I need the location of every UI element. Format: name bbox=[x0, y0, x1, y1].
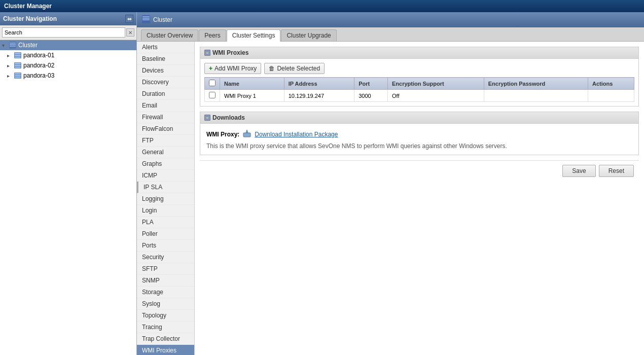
wmi-proxies-section: − WMI Proxies + Add WMI Proxy bbox=[200, 47, 639, 106]
nav-item-logging[interactable]: Logging bbox=[137, 193, 194, 205]
nav-item-general[interactable]: General bbox=[137, 147, 194, 158]
downloads-collapse-icon[interactable]: − bbox=[204, 115, 210, 121]
cell-ip: 10.129.19.247 bbox=[284, 90, 354, 102]
svg-rect-15 bbox=[15, 77, 21, 78]
svg-rect-13 bbox=[15, 73, 21, 75]
nav-item-snmp[interactable]: SNMP bbox=[137, 275, 194, 287]
nav-item-discovery[interactable]: Discovery bbox=[137, 77, 194, 88]
svg-rect-3 bbox=[10, 46, 16, 47]
row-checkbox[interactable] bbox=[209, 92, 216, 98]
cell-actions bbox=[588, 90, 634, 102]
cell-name: WMI Proxy 1 bbox=[220, 90, 284, 102]
nav-item-sftp[interactable]: SFTP bbox=[137, 263, 194, 275]
cell-port: 3000 bbox=[354, 90, 388, 102]
nav-item-wmi-proxies[interactable]: WMI Proxies bbox=[137, 345, 194, 355]
tree-label-cluster: Cluster bbox=[18, 42, 38, 49]
nav-item-flowfalcon[interactable]: FlowFalcon bbox=[137, 123, 194, 135]
tree-item-cluster[interactable]: ▾ Cluster bbox=[0, 40, 136, 50]
wmi-proxy-download-line: WMI Proxy: Download Installation bbox=[206, 129, 632, 139]
cluster-icon bbox=[9, 41, 17, 49]
download-package-link[interactable]: Download Installation Package bbox=[255, 131, 338, 138]
nav-item-ip-sla[interactable]: IP SLA bbox=[137, 182, 194, 193]
app-title: Cluster Manager bbox=[4, 3, 52, 10]
tab-cluster-upgrade[interactable]: Cluster Upgrade bbox=[281, 29, 336, 41]
tree-label-pandora02: pandora-02 bbox=[23, 62, 54, 69]
select-all-checkbox[interactable] bbox=[209, 80, 216, 86]
tree-label-pandora01: pandora-01 bbox=[23, 52, 54, 59]
wmi-proxies-title: WMI Proxies bbox=[212, 49, 248, 56]
nav-item-poller[interactable]: Poller bbox=[137, 228, 194, 240]
downloads-title: Downloads bbox=[212, 114, 245, 121]
nav-item-tracing[interactable]: Tracing bbox=[137, 322, 194, 333]
svg-rect-10 bbox=[15, 65, 21, 66]
nav-item-baseline[interactable]: Baseline bbox=[137, 53, 194, 65]
nav-item-topology[interactable]: Topology bbox=[137, 310, 194, 322]
search-input[interactable] bbox=[2, 27, 125, 38]
tree-toggle-pandora01[interactable]: ▸ bbox=[7, 53, 12, 58]
svg-rect-9 bbox=[15, 63, 21, 64]
add-wmi-proxy-button[interactable]: + Add WMI Proxy bbox=[204, 63, 261, 74]
nav-item-trap-collector[interactable]: Trap Collector bbox=[137, 333, 194, 345]
svg-rect-19 bbox=[142, 19, 150, 20]
svg-rect-2 bbox=[10, 44, 16, 45]
wmi-description: This is the WMI proxy service that allow… bbox=[206, 143, 632, 150]
tab-cluster-overview[interactable]: Cluster Overview bbox=[141, 29, 198, 41]
action-buttons: Save Reset bbox=[200, 160, 639, 181]
svg-rect-14 bbox=[15, 75, 21, 77]
nav-item-storage[interactable]: Storage bbox=[137, 287, 194, 298]
server-icon-pandora03 bbox=[14, 72, 22, 80]
delete-icon: 🗑 bbox=[269, 65, 275, 72]
tree-item-pandora02[interactable]: ▸ pandora-02 bbox=[0, 60, 136, 70]
delete-selected-button[interactable]: 🗑 Delete Selected bbox=[264, 63, 325, 74]
nav-item-pla[interactable]: PLA bbox=[137, 217, 194, 228]
svg-rect-7 bbox=[15, 57, 21, 58]
right-header-title: Cluster bbox=[153, 16, 172, 23]
nav-item-security[interactable]: Security bbox=[137, 252, 194, 263]
package-icon bbox=[242, 129, 252, 139]
wmi-toolbar: + Add WMI Proxy 🗑 Delete Selected bbox=[204, 63, 634, 74]
sidebar-header-title: Cluster Navigation bbox=[3, 15, 57, 22]
save-button[interactable]: Save bbox=[562, 165, 595, 177]
nav-item-email[interactable]: Email bbox=[137, 100, 194, 112]
nav-item-ports[interactable]: Ports bbox=[137, 240, 194, 252]
tree-toggle-cluster[interactable]: ▾ bbox=[2, 43, 7, 48]
svg-rect-17 bbox=[142, 16, 150, 17]
downloads-section: − Downloads WMI Proxy: bbox=[200, 112, 639, 155]
nav-item-ftp[interactable]: FTP bbox=[137, 135, 194, 147]
tree-item-pandora03[interactable]: ▸ pandora-03 bbox=[0, 70, 136, 81]
cluster-header-icon bbox=[142, 15, 150, 25]
tree-toggle-pandora03[interactable]: ▸ bbox=[7, 73, 12, 79]
search-clear-button[interactable]: ✕ bbox=[126, 28, 134, 37]
server-icon-pandora01 bbox=[14, 51, 22, 59]
tree-item-pandora01[interactable]: ▸ pandora-01 bbox=[0, 50, 136, 60]
tab-cluster-settings[interactable]: Cluster Settings bbox=[227, 29, 281, 42]
col-encryption-support: Encryption Support bbox=[388, 78, 484, 90]
svg-rect-5 bbox=[15, 53, 21, 54]
svg-rect-11 bbox=[15, 67, 21, 68]
add-icon: + bbox=[209, 65, 212, 72]
col-actions: Actions bbox=[588, 78, 634, 90]
nav-item-icmp[interactable]: ICMP bbox=[137, 170, 194, 182]
nav-item-duration[interactable]: Duration bbox=[137, 88, 194, 100]
nav-item-syslog[interactable]: Syslog bbox=[137, 298, 194, 310]
nav-item-alerts[interactable]: Alerts bbox=[137, 42, 194, 53]
wmi-proxy-download-label: WMI Proxy: bbox=[206, 131, 239, 138]
nav-item-login[interactable]: Login bbox=[137, 205, 194, 217]
nav-item-graphs[interactable]: Graphs bbox=[137, 158, 194, 170]
svg-rect-18 bbox=[142, 18, 150, 19]
reset-button[interactable]: Reset bbox=[599, 165, 634, 177]
wmi-proxies-table: Name IP Address Port Encryption Support … bbox=[204, 77, 634, 102]
tree-toggle-pandora02[interactable]: ▸ bbox=[7, 63, 12, 68]
svg-rect-1 bbox=[10, 43, 16, 44]
table-row: WMI Proxy 1 10.129.19.247 3000 Off bbox=[205, 90, 634, 102]
nav-item-devices[interactable]: Devices bbox=[137, 65, 194, 77]
nav-panel: AlertsBaselineDevicesDiscoveryDurationEm… bbox=[137, 42, 195, 355]
sidebar-collapse-button[interactable]: ⇔ bbox=[125, 15, 133, 23]
nav-item-firewall[interactable]: Firewall bbox=[137, 112, 194, 123]
tree-label-pandora03: pandora-03 bbox=[23, 72, 54, 79]
col-ip: IP Address bbox=[284, 78, 354, 90]
col-port: Port bbox=[354, 78, 388, 90]
tab-peers[interactable]: Peers bbox=[199, 29, 226, 41]
wmi-proxies-collapse-icon[interactable]: − bbox=[204, 50, 210, 56]
server-icon-pandora02 bbox=[14, 61, 22, 69]
